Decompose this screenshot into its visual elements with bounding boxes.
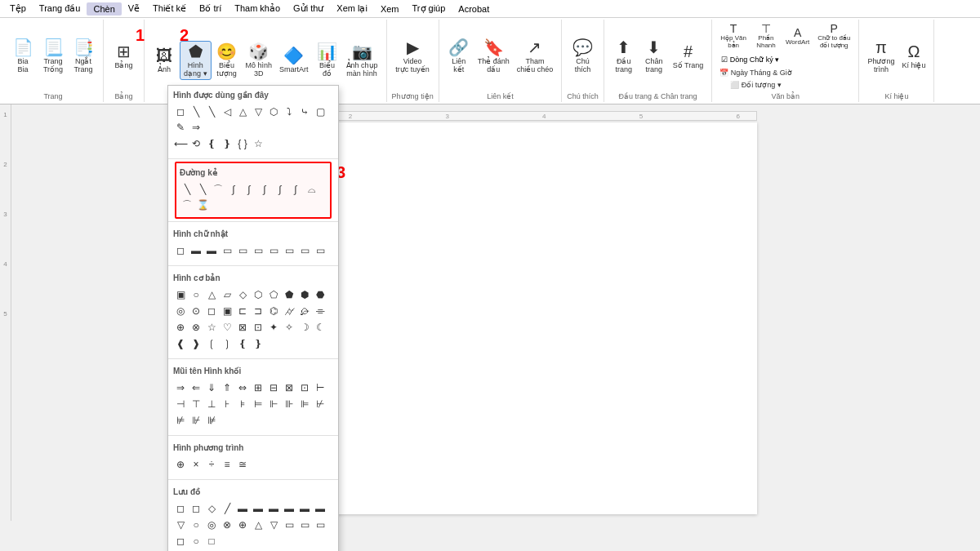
shape-item[interactable]: ⇒ [173, 380, 188, 395]
btn-the-danh-dau[interactable]: 🔖 Thẻ đánhdấu [474, 38, 513, 75]
shape-item[interactable]: ▬ [282, 501, 296, 516]
shape-item[interactable]: ⊡ [251, 320, 265, 335]
shape-item[interactable]: ⊥ [204, 397, 219, 411]
shape-item[interactable]: △ [251, 518, 265, 521]
shape-item[interactable]: ▭ [313, 243, 327, 258]
shape-item[interactable]: ⌒ [180, 198, 194, 212]
shape-item[interactable]: ◻ [173, 243, 188, 258]
shape-item[interactable]: ≅ [235, 457, 250, 472]
shape-item[interactable]: △ [235, 104, 250, 119]
shape-item[interactable]: ❴ [204, 136, 219, 151]
btn-anh-chup[interactable]: 📷 Ảnh chụpmàn hình [343, 42, 381, 79]
shape-item[interactable]: ⊕ [173, 320, 188, 335]
shape-item[interactable]: ⊗ [220, 518, 234, 521]
shape-item[interactable]: ▬ [266, 501, 281, 516]
shape-item[interactable]: ∫ [242, 182, 256, 197]
btn-doi-tuong[interactable]: ⬜ Đối tượng ▾ [717, 79, 794, 91]
shape-item[interactable]: ⊬ [313, 397, 327, 411]
shape-item[interactable]: ✦ [266, 320, 281, 335]
shape-item[interactable]: ⊠ [282, 380, 296, 395]
shape-item[interactable]: ❰ [173, 336, 188, 351]
shape-item[interactable]: ▽ [173, 518, 188, 521]
shape-item[interactable]: ▢ [313, 104, 327, 119]
doc-area[interactable]: 1 2 3 4 5 6 [11, 104, 980, 521]
shape-item[interactable]: ⌯ [313, 304, 327, 318]
shape-item[interactable]: ❵ [251, 336, 265, 351]
shape-item[interactable]: { } [235, 136, 250, 151]
btn-trang-trong[interactable]: 📃 TrangTrống [38, 38, 68, 75]
shape-item[interactable]: ◻ [173, 501, 188, 516]
shape-item[interactable]: ÷ [204, 457, 219, 472]
shape-item[interactable]: ▭ [282, 518, 296, 521]
menu-tep[interactable]: Tệp [3, 2, 33, 16]
menu-thiet-ke[interactable]: Thiết kế [146, 2, 193, 16]
menu-acrobat[interactable]: Acrobat [452, 2, 496, 16]
shape-item[interactable]: ▣ [220, 304, 234, 318]
shape-item[interactable]: ▬ [313, 501, 327, 516]
shape-item[interactable]: ▣ [173, 287, 188, 302]
shape-item[interactable]: ╲ [189, 104, 203, 119]
btn-smartart[interactable]: 🔷 SmartArt [276, 46, 312, 75]
shape-item[interactable]: ▭ [313, 518, 327, 521]
shape-item[interactable]: ☆ [204, 320, 219, 335]
shape-item[interactable]: ▭ [220, 243, 234, 258]
shape-item[interactable]: ❳ [220, 336, 234, 351]
btn-anh[interactable]: 🖼 Ảnh [149, 46, 179, 75]
shape-item[interactable]: ⤵ [282, 104, 296, 119]
shape-item[interactable]: ╲ [204, 104, 219, 119]
shape-item[interactable]: ⇑ [220, 380, 234, 395]
btn-chu-thich[interactable]: 💬 Chúthích [568, 38, 597, 75]
menu-xem-lai[interactable]: Xem lại [330, 2, 374, 16]
shape-item[interactable]: △ [204, 287, 219, 302]
shape-item[interactable]: ⬣ [313, 287, 327, 302]
shape-item[interactable]: ⇓ [204, 380, 219, 395]
shape-item[interactable]: ▭ [297, 518, 312, 521]
shape-item[interactable]: ⊢ [313, 380, 327, 395]
shape-item[interactable]: ▭ [251, 243, 265, 258]
btn-hinh-dang[interactable]: ⬟ Hìnhdạng ▾ [180, 41, 212, 80]
shape-item[interactable]: ⊟ [266, 380, 281, 395]
shape-item[interactable]: ⊗ [189, 320, 203, 335]
btn-chu-to[interactable]: P Chữ to đầuđối tượng [814, 21, 853, 51]
shape-item[interactable]: ⊯ [204, 413, 219, 428]
shape-item[interactable]: ○ [189, 287, 203, 302]
shape-item[interactable]: ▬ [297, 501, 312, 516]
btn-tham-chieu[interactable]: ↗ Thamchiều chéo [514, 38, 557, 75]
menu-ve[interactable]: Vẽ [122, 2, 146, 16]
btn-so-trang[interactable]: # Số Trang [670, 42, 707, 71]
shape-item[interactable]: ⊩ [266, 397, 281, 411]
shape-item[interactable]: ⌮ [297, 304, 312, 318]
btn-bang[interactable]: ⊞ Bảng [109, 42, 139, 71]
btn-dong-chu-ky[interactable]: ☑ Dòng Chữ ký ▾ [717, 53, 794, 66]
shape-item[interactable]: ⌭ [282, 304, 296, 318]
shape-item[interactable]: ◎ [173, 304, 188, 318]
shape-item[interactable]: ♡ [220, 320, 234, 335]
shape-item[interactable]: ⬡ [251, 287, 265, 302]
shape-item[interactable]: ⌬ [266, 304, 281, 318]
shape-item[interactable]: ◇ [235, 287, 250, 302]
shape-item[interactable]: ∫ [273, 182, 287, 197]
menu-trang-dau[interactable]: Trang đầu [33, 2, 87, 16]
shape-item[interactable]: ▭ [297, 243, 312, 258]
menu-tham-khao[interactable]: Tham khảo [228, 2, 287, 16]
shape-item[interactable]: × [189, 457, 203, 472]
shape-item[interactable]: ⊫ [297, 397, 312, 411]
shape-item[interactable]: ⊭ [173, 413, 188, 428]
shape-item[interactable]: ▭ [266, 243, 281, 258]
shape-item[interactable]: ◇ [204, 501, 219, 516]
menu-chen[interactable]: Chèn [87, 2, 121, 16]
btn-wordart[interactable]: A WordArt [782, 21, 813, 51]
shape-item[interactable]: ≡ [220, 457, 234, 472]
shape-item[interactable]: ∫ [257, 182, 272, 197]
shape-item[interactable]: ⇔ [235, 380, 250, 395]
shape-item[interactable]: ○ [189, 518, 203, 521]
shape-item[interactable]: ▭ [282, 243, 296, 258]
btn-ngay-thang[interactable]: 📅 Ngày Tháng & Giờ [717, 67, 794, 78]
shape-item[interactable]: ☾ [313, 320, 327, 335]
shape-item[interactable]: ⊞ [251, 380, 265, 395]
btn-mo-hinh-3d[interactable]: 🎲 Mô hình3D [243, 42, 276, 79]
btn-ki-hieu[interactable]: Ω Kí hiệu [898, 42, 929, 71]
shape-item[interactable]: ⟵ [173, 136, 188, 151]
shape-item[interactable]: ╲ [180, 182, 194, 197]
shape-item[interactable]: ⊪ [282, 397, 296, 411]
